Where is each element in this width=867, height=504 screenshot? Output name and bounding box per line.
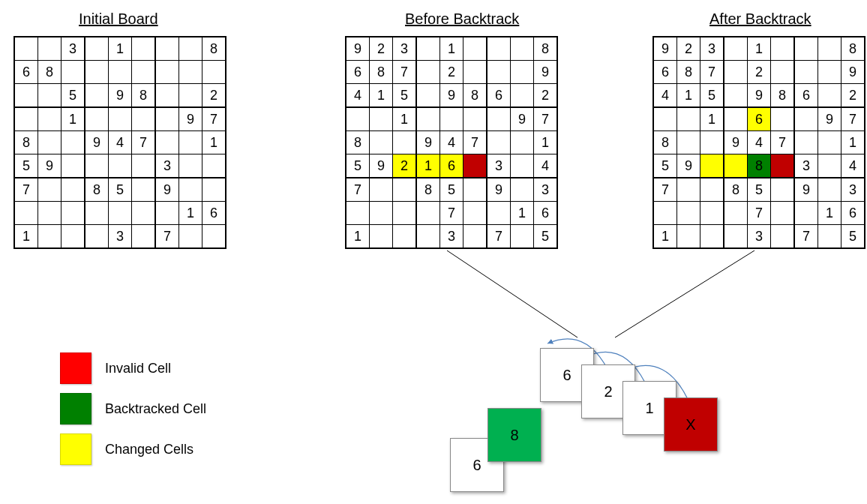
sudoku-cell (771, 178, 795, 202)
sudoku-cell (14, 84, 38, 108)
sudoku-cell (487, 131, 511, 154)
sudoku-cell: 1 (14, 225, 38, 249)
sudoku-cell (818, 225, 842, 249)
sudoku-cell (393, 225, 417, 249)
sudoku-cell (132, 154, 156, 178)
sudoku-cell: 6 (14, 61, 38, 84)
sudoku-cell (109, 61, 132, 84)
title-initial: Initial Board (79, 10, 158, 28)
sudoku-cell (416, 225, 440, 249)
legend-row-invalid: Invalid Cell (60, 352, 206, 384)
sudoku-cell: 9 (842, 61, 866, 84)
sudoku-cell: 1 (677, 84, 700, 108)
sudoku-cell: 5 (842, 225, 866, 249)
svg-line-1 (615, 250, 754, 338)
sudoku-cell (677, 202, 700, 225)
sudoku-cell (416, 37, 440, 61)
sudoku-cell: 3 (487, 154, 511, 178)
sudoku-cell (487, 61, 511, 84)
sudoku-cell (85, 225, 109, 249)
sudoku-cell: 9 (724, 131, 748, 154)
sudoku-cell: 3 (534, 178, 558, 202)
sudoku-cell: 4 (842, 154, 866, 178)
sudoku-cell: 1 (346, 225, 370, 249)
sudoku-cell: 9 (653, 37, 677, 61)
sudoku-cell: 9 (416, 131, 440, 154)
sudoku-board-after: 9231868729415986216978947159834785937161… (652, 36, 866, 249)
sudoku-cell: 4 (440, 131, 464, 154)
sudoku-cell: 6 (534, 202, 558, 225)
sudoku-cell: 5 (346, 154, 370, 178)
sudoku-cell: 4 (748, 131, 771, 154)
sudoku-cell: 6 (487, 84, 511, 108)
sudoku-cell: 2 (748, 61, 771, 84)
sudoku-cell (677, 225, 700, 249)
sudoku-cell: 2 (842, 84, 866, 108)
sudoku-cell (794, 37, 818, 61)
sudoku-cell: 1 (534, 131, 558, 154)
sudoku-cell (393, 178, 417, 202)
sudoku-cell: 1 (370, 84, 393, 108)
legend-swatch-backtracked (60, 393, 92, 424)
sudoku-cell (487, 107, 511, 131)
sudoku-cell (179, 154, 202, 178)
sudoku-cell: 8 (346, 131, 370, 154)
sudoku-cell (511, 37, 534, 61)
sudoku-cell: 8 (132, 84, 156, 108)
sudoku-cell: 7 (14, 178, 38, 202)
sudoku-cell: 9 (179, 107, 202, 131)
sudoku-board-before: 9231868729415986219789471592163478593716… (345, 36, 558, 249)
sudoku-cell (132, 225, 156, 249)
sudoku-cell (464, 61, 488, 84)
sudoku-cell: 5 (534, 225, 558, 249)
sudoku-cell: 3 (155, 154, 179, 178)
sudoku-cell (132, 37, 156, 61)
sudoku-cell: 5 (700, 84, 724, 108)
sudoku-cell: 2 (440, 61, 464, 84)
backtrack-stack: 6 8 6 2 1 X (428, 333, 750, 504)
legend-row-backtracked: Backtracked Cell (60, 393, 206, 424)
sudoku-cell: 6 (440, 154, 464, 178)
sudoku-cell: 7 (487, 225, 511, 249)
sudoku-cell: 9 (677, 154, 700, 178)
sudoku-cell (818, 131, 842, 154)
sudoku-cell: 8 (677, 61, 700, 84)
sudoku-cell (38, 202, 62, 225)
sudoku-cell: 1 (700, 107, 724, 131)
sudoku-cell: 7 (748, 202, 771, 225)
sudoku-cell (700, 178, 724, 202)
sudoku-cell: 7 (653, 178, 677, 202)
sudoku-cell: 1 (202, 131, 226, 154)
sudoku-cell: 1 (748, 37, 771, 61)
sudoku-cell: 2 (370, 37, 393, 61)
sudoku-cell: 7 (794, 225, 818, 249)
sudoku-cell (771, 61, 795, 84)
sudoku-cell (370, 225, 393, 249)
sudoku-cell: 1 (109, 37, 132, 61)
sudoku-cell: 2 (677, 37, 700, 61)
sudoku-cell: 7 (842, 107, 866, 131)
sudoku-cell (179, 37, 202, 61)
sudoku-cell (62, 202, 86, 225)
sudoku-cell: 6 (794, 84, 818, 108)
legend-label-backtracked: Backtracked Cell (105, 401, 206, 417)
sudoku-cell: 8 (14, 131, 38, 154)
sudoku-cell (109, 154, 132, 178)
sudoku-cell (155, 84, 179, 108)
sudoku-cell: 9 (370, 154, 393, 178)
sudoku-cell (202, 178, 226, 202)
sudoku-cell (346, 202, 370, 225)
sudoku-cell: 5 (393, 84, 417, 108)
sudoku-cell (179, 131, 202, 154)
sudoku-cell: 3 (109, 225, 132, 249)
sudoku-cell: 9 (155, 178, 179, 202)
sudoku-cell: 7 (534, 107, 558, 131)
sudoku-cell: 6 (202, 202, 226, 225)
sudoku-cell (724, 154, 748, 178)
sudoku-cell: 8 (653, 131, 677, 154)
sudoku-cell: 7 (393, 61, 417, 84)
sudoku-cell: 4 (653, 84, 677, 108)
sudoku-cell (179, 178, 202, 202)
sudoku-cell: 4 (109, 131, 132, 154)
sudoku-cell: 7 (464, 131, 488, 154)
